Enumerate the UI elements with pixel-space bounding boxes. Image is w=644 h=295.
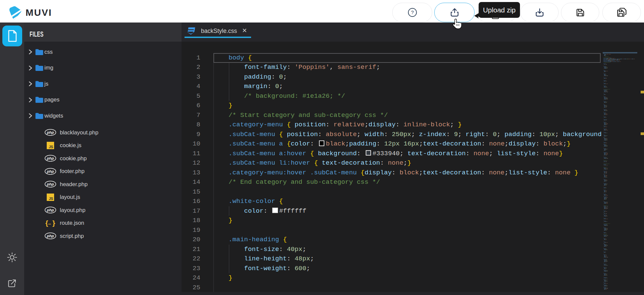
svg-text:php: php — [46, 169, 54, 173]
svg-text:?: ? — [411, 9, 413, 15]
svg-text:JS: JS — [49, 144, 53, 149]
svg-text:php: php — [46, 130, 54, 134]
svg-text:php: php — [46, 234, 54, 238]
svg-text:...: ... — [48, 220, 51, 225]
svg-text:php: php — [46, 208, 54, 212]
svg-text:php: php — [46, 156, 54, 160]
svg-text:{: { — [45, 219, 48, 227]
svg-text:}: } — [52, 219, 55, 227]
svg-text:php: php — [46, 182, 54, 186]
svg-text:JS: JS — [49, 196, 53, 200]
